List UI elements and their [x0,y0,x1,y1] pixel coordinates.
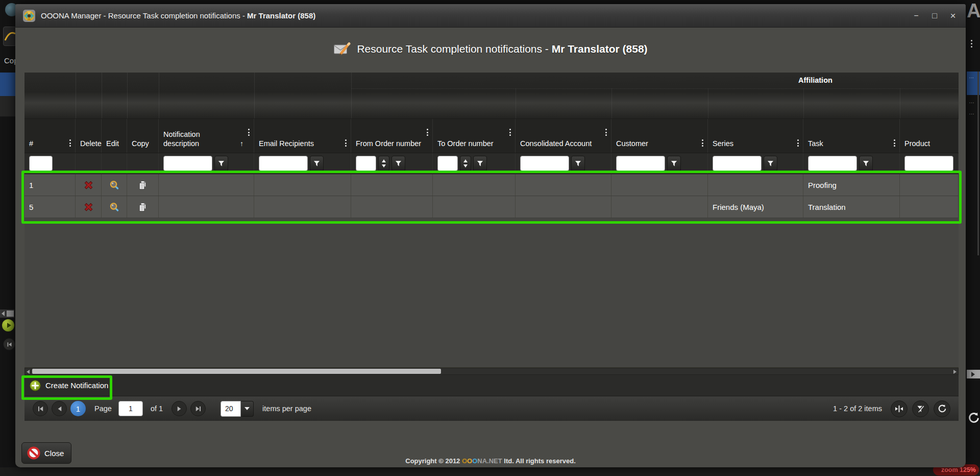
page-size-dropdown-button[interactable] [241,401,254,417]
refresh-button[interactable] [934,400,950,417]
column-menu-icon[interactable] [797,139,799,147]
filter-button-consolidatedAccount[interactable] [571,156,585,172]
filter-input-fromOrder[interactable] [356,156,376,171]
title-bar[interactable]: OOONA Manager - Resource Task completion… [15,4,966,28]
magnifier-icon [109,180,119,190]
copy-row-button[interactable] [138,180,148,190]
filter-input-description[interactable] [163,156,212,171]
table-row[interactable]: 5Friends (Maya)Translation [24,196,959,218]
page-size-value: 20 [220,401,241,417]
create-notification-button[interactable]: Create Notification [30,380,108,391]
column-menu-icon[interactable] [702,139,703,147]
column-menu-icon[interactable] [248,129,250,136]
grid-empty-area [24,218,959,368]
grid-rows: 1Proofing5Friends (Maya)Translation [24,174,959,218]
pager-bar: 1 Page of 1 20 items per page 1 - 2 of 2… [24,396,959,421]
column-label-edit: Edit [106,139,119,148]
column-label-product: Product [904,139,930,148]
column-header-edit[interactable]: Edit [102,119,127,153]
cell-delete [76,174,102,196]
filter-button-customer[interactable] [667,156,681,172]
column-header-product[interactable]: Product [900,119,959,153]
column-label-consolidatedAccount: Consolidated Account [520,139,592,148]
filter-input-consolidatedAccount[interactable] [520,156,569,171]
copyright-suffix: ltd. All rights reserved. [502,457,576,465]
column-menu-icon[interactable] [427,129,428,136]
filter-input-series[interactable] [713,156,762,171]
filter-button-fromOrder[interactable] [391,156,405,172]
previous-page-button[interactable] [52,401,67,416]
clear-filters-button[interactable] [912,400,929,417]
column-menu-icon[interactable] [605,129,607,136]
scroll-right-arrow[interactable] [953,370,957,374]
edit-row-button[interactable] [109,180,119,190]
last-page-button[interactable] [190,401,206,416]
filter-button-description[interactable] [214,156,228,172]
delete-row-button[interactable] [84,202,93,212]
copyright-prefix: Copyright © 2012 [405,457,462,465]
background-vertical-scrollbar [977,72,979,255]
cell-product [900,196,959,218]
column-header-description[interactable]: Notification description↑ [159,119,254,153]
horizontal-scrollbar-thumb[interactable] [32,369,441,374]
column-header-num[interactable]: # [24,119,76,153]
background-first-page-button[interactable] [3,338,15,350]
close-window-button[interactable]: × [947,10,959,21]
filter-button-toOrder[interactable] [473,156,487,172]
background-play-button[interactable] [2,319,14,331]
fit-columns-button[interactable] [891,400,908,417]
column-label-description: Notification description [163,130,237,148]
column-header-customer[interactable]: Customer [611,119,708,153]
column-label-toOrder: To Order number [437,139,494,148]
filter-input-customer[interactable] [616,156,665,171]
background-selected-row-fragment [0,73,16,96]
delete-row-button[interactable] [84,180,93,190]
next-page-button[interactable] [172,401,187,416]
table-row[interactable]: 1Proofing [24,174,959,196]
current-page-indicator[interactable]: 1 [70,401,86,416]
filter-button-series[interactable] [764,156,777,172]
column-menu-icon[interactable] [509,129,511,136]
copy-row-button[interactable] [138,202,148,212]
column-header-series[interactable]: Series [708,119,803,153]
column-menu-icon[interactable] [69,139,71,147]
filter-spinner-fromOrder[interactable] [378,156,389,172]
page-number-input[interactable] [118,401,143,416]
filter-input-toOrder[interactable] [437,156,458,171]
column-header-emailRecipients[interactable]: Email Recipients [254,119,351,153]
background-scroll-right-button[interactable] [967,370,980,378]
column-menu-icon[interactable] [345,139,347,147]
background-row-fragment [0,96,16,116]
filter-cell-num [24,153,76,174]
column-menu-icon[interactable] [894,139,895,147]
column-header-toOrder[interactable]: To Order number [433,119,516,153]
cell-num: 1 [24,174,76,196]
grid-toolbar: Create Notification [24,375,959,396]
edit-row-button[interactable] [109,202,119,212]
column-header-delete[interactable]: Delete [76,119,102,153]
filter-input-num[interactable] [29,156,53,171]
column-header-consolidatedAccount[interactable]: Consolidated Account [516,119,611,153]
cell-series: Friends (Maya) [708,196,803,218]
filter-spinner-toOrder[interactable] [460,156,471,172]
filter-button-emailRecipients[interactable] [310,156,324,172]
background-letter-logo: A [967,0,980,22]
filter-input-product[interactable] [904,156,953,171]
sort-ascending-icon: ↑ [240,139,243,148]
scroll-left-arrow[interactable] [27,370,30,374]
minimize-button[interactable]: − [911,11,922,20]
filter-button-task[interactable] [859,156,873,172]
page-size-select[interactable]: 20 [220,401,254,417]
background-refresh-button[interactable] [968,412,980,424]
maximize-button[interactable]: □ [929,11,940,20]
filter-cell-task [803,153,900,174]
spin-down-icon [382,164,386,168]
horizontal-scrollbar[interactable] [24,368,959,375]
background-scrollbar-fragment[interactable] [0,310,14,318]
first-page-button[interactable] [33,401,48,416]
column-header-copy[interactable]: Copy [127,119,159,153]
column-header-fromOrder[interactable]: From Order number [351,119,433,153]
filter-input-emailRecipients[interactable] [259,156,308,171]
filter-input-task[interactable] [808,156,857,171]
column-header-task[interactable]: Task [803,119,900,153]
